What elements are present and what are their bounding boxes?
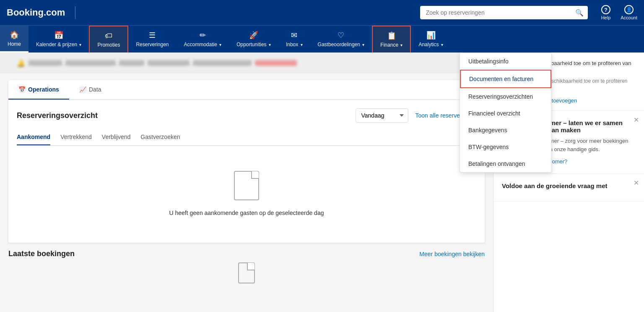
nav-gastbeoordelingen-label: Gastbeoordelingen ▾ xyxy=(318,42,365,47)
account-icon: 👤 xyxy=(624,5,634,14)
gastbeoordelingen-icon: ♡ xyxy=(338,31,344,40)
dropdown-btw-gegevens[interactable]: BTW-gegevens xyxy=(460,139,551,155)
nav-opportunities-label: Opportunities ▾ xyxy=(236,42,271,47)
tab-data[interactable]: 📈 Data xyxy=(69,80,112,100)
nav-finance-inner: 📋 Finance ▾ xyxy=(380,31,402,48)
search-icon: 🔍 xyxy=(575,9,584,17)
dropdown-betalingen-ontvangen[interactable]: Betalingen ontvangen xyxy=(460,155,551,172)
opportunities-icon: 🚀 xyxy=(249,31,258,40)
tab-operations-label: Operations xyxy=(28,86,59,93)
data-tab-icon: 📈 xyxy=(79,86,86,93)
nav-gastbeoordelingen-inner: ♡ Gastbeoordelingen ▾ xyxy=(318,31,365,47)
blur-block-4 xyxy=(148,60,190,66)
reserveringen-icon: ☰ xyxy=(149,31,156,40)
nav-gastbeoordelingen[interactable]: ♡ Gastbeoordelingen ▾ xyxy=(310,26,372,52)
dropdown-financieel-overzicht[interactable]: Financieel overzicht xyxy=(460,105,551,122)
sub-tab-aankomend[interactable]: Aankomend xyxy=(17,129,50,145)
reservations-title: Reserveringsoverzicht xyxy=(17,111,98,120)
dropdown-bankgegevens[interactable]: Bankgegevens xyxy=(460,122,551,139)
laatste-empty xyxy=(0,258,493,296)
promoties-icon: 🏷 xyxy=(105,31,112,40)
bell-icon: 🔔 xyxy=(17,59,25,67)
nav-home-label: Home xyxy=(8,41,21,47)
main-nav: 🏠 Home 📅 Kalender & prijzen ▾ 🏷 Promotie… xyxy=(0,25,644,52)
help-icon: ? xyxy=(601,5,610,14)
header-actions: ? Help 👤 Account xyxy=(601,5,637,20)
nav-inbox[interactable]: ✉ Inbox ▾ xyxy=(278,26,310,52)
panel-body: Reserveringsoverzicht Vandaag Gisteren D… xyxy=(8,100,485,243)
nav-analytics-label: Analytics ▾ xyxy=(418,42,443,47)
empty-text: U heeft geen aankomende gasten op de ges… xyxy=(169,209,324,218)
main-tabs: 📅 Operations 📈 Data xyxy=(8,80,485,100)
nav-accommodatie[interactable]: ✏ Accommodatie ▾ xyxy=(176,26,229,52)
sub-tab-vertrekkend[interactable]: Vertrekkend xyxy=(60,129,92,145)
calendar-icon: 📅 xyxy=(54,31,63,40)
banner-blur: 🔔 xyxy=(8,56,305,71)
nav-analytics-inner: 📊 Analytics ▾ xyxy=(418,31,443,47)
blur-block-2 xyxy=(65,60,116,66)
nav-calendar-inner: 📅 Kalender & prijzen ▾ xyxy=(36,31,81,47)
nav-reserveringen[interactable]: ☰ Reserveringen xyxy=(128,26,176,52)
card-zomer-close[interactable]: ✕ xyxy=(634,116,639,124)
search-bar: 🔍 xyxy=(420,6,588,19)
sub-tabs: Aankomend Vertrekkend Verblijvend Gastve… xyxy=(17,129,476,146)
date-select[interactable]: Vandaag Gisteren Deze week Deze maand xyxy=(356,108,408,123)
tab-data-label: Data xyxy=(89,86,101,93)
nav-calendar-label: Kalender & prijzen ▾ xyxy=(36,42,81,47)
analytics-icon: 📊 xyxy=(426,31,436,40)
home-icon: 🏠 xyxy=(10,30,19,39)
empty-state: U heeft geen aankomende gasten op de ges… xyxy=(17,154,476,234)
nav-inbox-inner: ✉ Inbox ▾ xyxy=(286,31,303,47)
help-button[interactable]: ? Help xyxy=(601,5,611,20)
nav-finance-label: Finance ▾ xyxy=(380,42,402,48)
search-input[interactable] xyxy=(420,6,588,19)
reservations-header: Reserveringsoverzicht Vandaag Gisteren D… xyxy=(17,108,476,123)
blur-block-3 xyxy=(119,60,144,66)
inbox-icon: ✉ xyxy=(291,31,297,40)
nav-inbox-label: Inbox ▾ xyxy=(286,42,303,47)
account-label: Account xyxy=(621,15,637,20)
logo: Booking.com xyxy=(7,7,65,18)
finance-icon: 📋 xyxy=(387,31,396,40)
nav-promoties-label: Promoties xyxy=(97,42,120,48)
blur-block-1 xyxy=(29,60,62,66)
nav-analytics[interactable]: 📊 Analytics ▾ xyxy=(411,26,450,52)
sub-tab-gastverzoeken[interactable]: Gastverzoeken xyxy=(140,129,180,145)
nav-finance[interactable]: 📋 Finance ▾ xyxy=(372,26,411,52)
finance-dropdown: Uitbetalingsinfo Documenten en facturen … xyxy=(460,52,552,173)
empty-doc-icon xyxy=(234,171,259,200)
main-content: 🔔 📅 Operations 📈 Data xyxy=(0,52,493,312)
nav-accommodatie-label: Accommodatie ▾ xyxy=(184,42,221,47)
laatste-header: Laatste boekingen Meer boekingen bekijke… xyxy=(0,249,493,258)
logo-text: Booking.com xyxy=(7,7,65,18)
nav-accommodatie-inner: ✏ Accommodatie ▾ xyxy=(184,31,221,47)
operations-panel: 📅 Operations 📈 Data Reserveringsoverzich… xyxy=(8,80,485,243)
banner: 🔔 xyxy=(0,52,493,73)
meer-boekingen-link[interactable]: Meer boekingen bekijken xyxy=(419,251,485,257)
card-voldoe-close[interactable]: ✕ xyxy=(634,179,639,187)
nav-reserveringen-label: Reserveringen xyxy=(136,42,169,47)
account-button[interactable]: 👤 Account xyxy=(621,5,637,20)
dropdown-reserveringsoverzichten[interactable]: Reserveringsoverzichten xyxy=(460,88,551,105)
dropdown-documenten[interactable]: Documenten en facturen xyxy=(460,70,551,88)
nav-opportunities[interactable]: 🚀 Opportunities ▾ xyxy=(229,26,278,52)
nav-calendar[interactable]: 📅 Kalender & prijzen ▾ xyxy=(29,26,89,52)
laatste-doc-icon xyxy=(238,262,255,283)
reservations-controls: Vandaag Gisteren Deze week Deze maand To… xyxy=(356,108,476,123)
laatste-title: Laatste boekingen xyxy=(8,249,75,258)
accommodatie-icon: ✏ xyxy=(200,31,206,40)
tab-operations[interactable]: 📅 Operations xyxy=(8,80,69,100)
dropdown-uitbetalingsinfo[interactable]: Uitbetalingsinfo xyxy=(460,53,551,70)
sidebar-card-voldoe: ✕ Voldoe aan de groeiende vraag met xyxy=(493,174,644,202)
operations-tab-icon: 📅 xyxy=(18,86,26,93)
blur-block-5 xyxy=(193,60,252,66)
nav-opportunities-inner: 🚀 Opportunities ▾ xyxy=(236,31,271,47)
sub-tab-verblijvend[interactable]: Verblijvend xyxy=(102,129,131,145)
header: Booking.com 🔍 ? Help 👤 Account xyxy=(0,0,644,25)
card-voldoe-title: Voldoe aan de groeiende vraag met xyxy=(502,182,636,189)
help-label: Help xyxy=(601,15,611,20)
blur-block-pink xyxy=(255,60,297,66)
logo-divider xyxy=(75,6,75,19)
nav-home[interactable]: 🏠 Home xyxy=(0,26,29,52)
nav-promoties[interactable]: 🏷 Promoties xyxy=(89,26,128,52)
